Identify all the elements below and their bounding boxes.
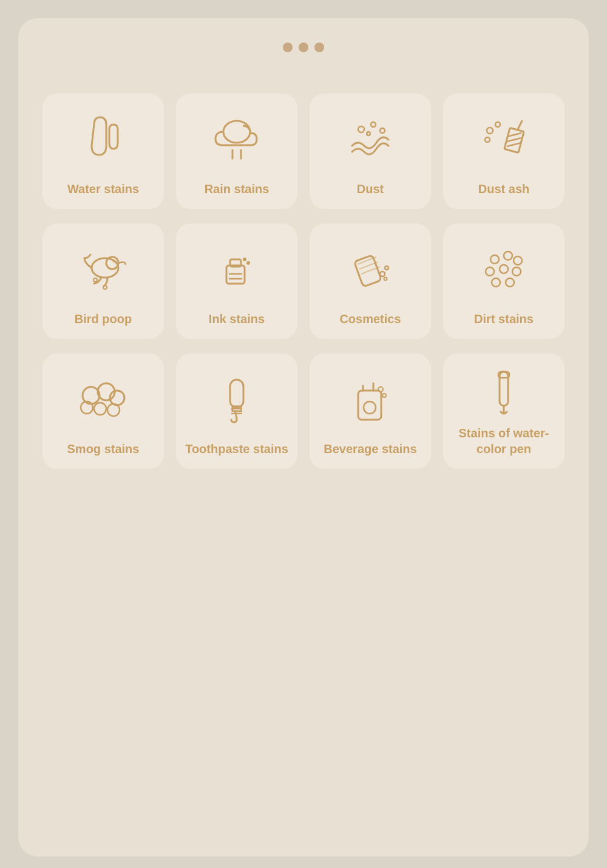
svg-point-13 <box>495 122 500 127</box>
svg-point-3 <box>358 126 364 132</box>
bird-icon <box>50 234 157 305</box>
stain-card-waterpen: Stains of water-color pen <box>443 354 565 469</box>
page-container: Water stains Rain stains Dust Dust ash B… <box>18 18 589 856</box>
stain-card-water: Water stains <box>42 94 164 209</box>
svg-point-56 <box>382 394 386 397</box>
dot-3 <box>314 43 324 52</box>
stain-label-beverage: Beverage stains <box>324 441 416 457</box>
stain-card-dust: Dust <box>310 94 431 209</box>
svg-point-19 <box>103 285 107 289</box>
svg-point-33 <box>490 255 499 264</box>
svg-point-6 <box>367 132 370 135</box>
dot-2 <box>299 43 308 52</box>
stain-card-toothpaste: Toothpaste stains <box>176 354 297 469</box>
svg-point-36 <box>486 267 494 276</box>
ink-icon <box>183 234 290 305</box>
stain-card-ink: Ink stains <box>176 224 297 339</box>
svg-line-9 <box>507 138 521 142</box>
stain-card-cosmetics: Cosmetics <box>310 224 431 339</box>
water-icon <box>50 104 157 175</box>
svg-point-32 <box>384 278 387 281</box>
svg-point-31 <box>385 266 388 270</box>
stain-card-dirt: Dirt stains <box>443 224 565 339</box>
smog-icon <box>50 364 157 435</box>
stains-grid-3: Smog stains Toothpaste stains Beverage s… <box>42 354 565 469</box>
svg-point-38 <box>512 267 521 276</box>
svg-point-37 <box>500 265 508 273</box>
dot-1 <box>283 43 293 52</box>
stain-card-smog: Smog stains <box>42 354 164 469</box>
dirt-icon <box>450 234 557 305</box>
dustash-icon <box>450 104 557 175</box>
svg-point-24 <box>243 258 246 261</box>
svg-point-14 <box>485 137 490 142</box>
toothpaste-icon <box>183 364 290 435</box>
svg-line-10 <box>507 143 521 146</box>
stain-card-rain: Rain stains <box>176 94 297 209</box>
stains-grid: Water stains Rain stains Dust Dust ash <box>42 94 565 209</box>
svg-rect-47 <box>230 380 243 408</box>
svg-point-35 <box>514 256 522 265</box>
stain-card-dustash: Dust ash <box>443 94 565 209</box>
svg-point-45 <box>94 403 106 415</box>
svg-point-39 <box>492 278 500 287</box>
stain-label-dustash: Dust ash <box>478 181 529 197</box>
svg-point-12 <box>487 128 493 134</box>
stain-card-beverage: Beverage stains <box>310 354 431 469</box>
svg-point-30 <box>380 272 385 276</box>
stain-label-ink: Ink stains <box>209 311 265 327</box>
cosmetics-icon <box>317 234 424 305</box>
stain-label-water: Water stains <box>67 181 139 197</box>
decorative-dots <box>283 43 324 52</box>
svg-point-4 <box>371 122 376 127</box>
svg-point-5 <box>380 128 385 133</box>
stain-label-toothpaste: Toothpaste stains <box>185 441 288 457</box>
stain-label-smog: Smog stains <box>67 441 140 457</box>
stain-label-dust: Dust <box>357 181 384 197</box>
stain-label-rain: Rain stains <box>205 181 270 197</box>
svg-point-18 <box>93 278 97 282</box>
svg-point-46 <box>107 404 120 416</box>
stain-label-cosmetics: Cosmetics <box>339 311 401 327</box>
beverage-icon <box>317 364 424 435</box>
stain-label-dirt: Dirt stains <box>474 311 534 327</box>
svg-point-25 <box>246 261 250 265</box>
stains-grid-2: Bird poop Ink stains Cosmetics Dirt stai… <box>42 224 565 339</box>
stain-label-bird: Bird poop <box>75 311 132 327</box>
dust-icon <box>317 104 424 175</box>
svg-rect-57 <box>500 372 508 406</box>
rain-icon <box>183 104 290 175</box>
stain-card-bird: Bird poop <box>42 224 164 339</box>
svg-point-17 <box>113 260 115 262</box>
svg-point-40 <box>506 278 514 287</box>
svg-point-34 <box>504 251 512 260</box>
stain-label-waterpen: Stains of water-color pen <box>450 425 557 457</box>
svg-point-54 <box>364 402 376 414</box>
svg-rect-51 <box>358 391 381 420</box>
svg-point-0 <box>223 121 250 143</box>
waterpen-icon <box>450 364 557 419</box>
svg-line-11 <box>518 121 522 129</box>
